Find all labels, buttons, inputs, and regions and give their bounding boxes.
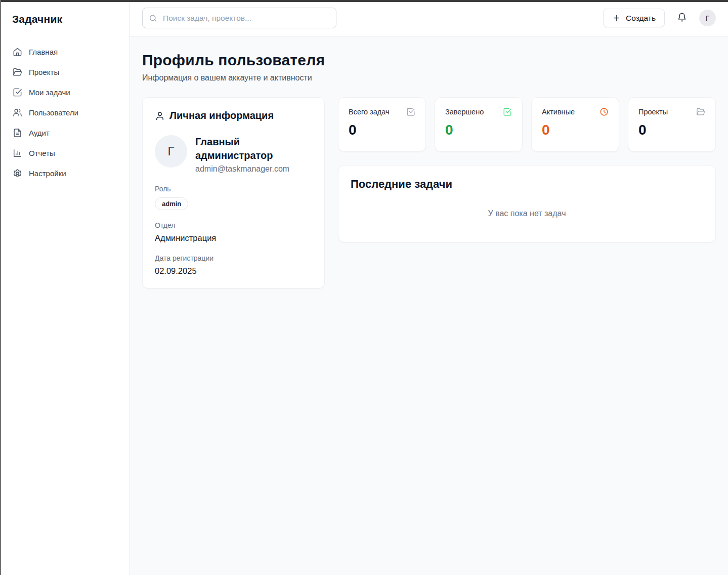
sidebar-item-label: Главная <box>29 48 58 56</box>
stat-label: Проекты <box>638 108 668 116</box>
recent-tasks-card: Последние задачи У вас пока нет задач <box>338 165 716 242</box>
create-button-label: Создать <box>626 14 656 23</box>
plus-icon <box>612 14 621 22</box>
sidebar-item-label: Пользователи <box>29 108 78 117</box>
department-label: Отдел <box>155 221 312 229</box>
stat-card-completed: Завершено 0 <box>435 97 523 152</box>
folder-open-icon <box>12 67 22 77</box>
profile-email: admin@taskmanager.com <box>195 165 312 174</box>
main-area: Создать Г Профиль пользователя Информаци… <box>130 0 728 575</box>
stat-card-header: Завершено <box>445 107 512 116</box>
check-square-icon <box>12 87 22 97</box>
stats-row: Всего задач 0 Завершено 0 <box>338 97 716 152</box>
sidebar-item-label: Мои задачи <box>29 88 70 97</box>
header-actions: Создать Г <box>603 9 716 27</box>
stat-label: Завершено <box>445 108 484 116</box>
sidebar-item-label: Проекты <box>29 68 59 76</box>
sidebar-item-label: Настройки <box>29 169 66 178</box>
recent-tasks-title: Последние задачи <box>351 178 703 191</box>
sidebar-item-projects[interactable]: Проекты <box>8 63 121 81</box>
stat-card-header: Всего задач <box>349 107 415 116</box>
create-button[interactable]: Создать <box>603 9 665 27</box>
check-square-icon <box>406 107 415 116</box>
stat-value: 0 <box>542 122 609 138</box>
stat-card-projects: Проекты 0 <box>628 97 716 152</box>
bell-icon <box>677 12 687 24</box>
sidebar-item-my-tasks[interactable]: Мои задачи <box>8 83 121 101</box>
page-content: Профиль пользователя Информация о вашем … <box>130 36 728 301</box>
sidebar-item-label: Аудит <box>29 129 50 137</box>
profile-identity: Г Главный администратор admin@taskmanage… <box>155 135 312 174</box>
content-grid: Личная информация Г Главный администрато… <box>142 97 716 289</box>
sidebar-item-users[interactable]: Пользователи <box>8 103 121 121</box>
sidebar: Задачник Главная Проекты Мои задачи Поль… <box>0 0 130 575</box>
stat-label: Всего задач <box>349 108 390 116</box>
stat-value: 0 <box>349 122 415 138</box>
registration-date-value: 02.09.2025 <box>155 266 312 276</box>
personal-info-title-row: Личная информация <box>155 110 312 121</box>
page-subtitle: Информация о вашем аккаунте и активности <box>142 73 716 83</box>
search-input[interactable] <box>142 8 336 28</box>
window-top-edge <box>0 0 728 2</box>
stat-value: 0 <box>445 122 512 138</box>
sidebar-item-reports[interactable]: Отчеты <box>8 144 121 162</box>
role-label: Роль <box>155 185 312 193</box>
search-box <box>142 8 336 28</box>
page-title: Профиль пользователя <box>142 52 716 69</box>
department-value: Администрация <box>155 233 312 243</box>
stat-label: Активные <box>542 108 575 116</box>
notifications-button[interactable] <box>676 11 688 25</box>
stat-card-active: Активные 0 <box>531 97 619 152</box>
sidebar-item-home[interactable]: Главная <box>8 43 121 61</box>
sidebar-nav: Главная Проекты Мои задачи Пользователи … <box>8 43 121 182</box>
right-column: Всего задач 0 Завершено 0 <box>338 97 716 242</box>
gear-icon <box>12 168 22 178</box>
app-logo: Задачник <box>8 13 121 25</box>
app-root: Задачник Главная Проекты Мои задачи Поль… <box>0 0 728 575</box>
top-header: Создать Г <box>130 0 728 36</box>
users-icon <box>12 107 22 117</box>
stat-card-total-tasks: Всего задач 0 <box>338 97 426 152</box>
bar-chart-icon <box>12 148 22 158</box>
sidebar-item-settings[interactable]: Настройки <box>8 164 121 182</box>
check-square-icon <box>503 107 512 116</box>
stat-value: 0 <box>638 122 705 138</box>
folder-open-icon <box>696 107 705 116</box>
personal-info-title: Личная информация <box>169 110 274 121</box>
stat-card-header: Активные <box>542 107 609 116</box>
role-badge: admin <box>155 197 188 210</box>
recent-tasks-empty-state: У вас пока нет задач <box>351 191 703 230</box>
window-left-edge <box>0 0 1 575</box>
profile-identity-text: Главный администратор admin@taskmanager.… <box>195 135 312 174</box>
user-avatar[interactable]: Г <box>699 10 716 26</box>
sidebar-item-label: Отчеты <box>29 149 55 157</box>
stat-card-header: Проекты <box>638 107 705 116</box>
clock-icon <box>599 107 609 116</box>
registration-date-label: Дата регистрации <box>155 254 312 262</box>
home-icon <box>12 47 22 57</box>
user-icon <box>155 111 165 121</box>
personal-info-card: Личная информация Г Главный администрато… <box>142 97 325 289</box>
profile-name: Главный администратор <box>195 135 312 162</box>
search-icon <box>149 14 157 22</box>
sidebar-item-audit[interactable]: Аудит <box>8 124 121 142</box>
file-text-icon <box>12 128 22 138</box>
profile-avatar: Г <box>155 135 187 168</box>
